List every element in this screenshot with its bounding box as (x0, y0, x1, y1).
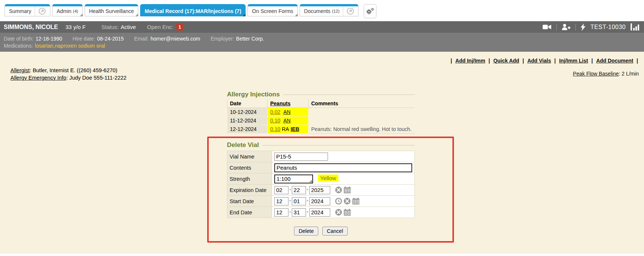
tab-summary-label: Summary (9, 8, 31, 14)
dob-value: 12-18-1990 (35, 36, 62, 42)
expiration-year-input[interactable] (309, 186, 330, 194)
add-person-icon[interactable] (562, 24, 571, 30)
start-month-input[interactable] (274, 197, 288, 205)
gears-icon (366, 7, 375, 15)
injection-comment (309, 116, 415, 125)
strength-label: Strength (227, 173, 272, 185)
end-year-input[interactable] (309, 208, 330, 217)
tab-admin-count: (4) (73, 9, 78, 13)
medication-link-losartan[interactable]: losartan (35, 42, 54, 49)
reaction-code-link[interactable]: AN (283, 118, 290, 124)
calendar-icon[interactable] (352, 198, 360, 205)
add-inj-imm-link[interactable]: Add Inj/Imm (455, 58, 485, 64)
tab-documents-label: Documents (304, 8, 331, 14)
legend-rule (262, 145, 415, 145)
injection-date: 10-12-2024 (227, 108, 268, 116)
tab-documents[interactable]: Documents (12) (300, 4, 359, 16)
dropdown-fold-icon (243, 13, 246, 16)
email-label: Email: (134, 36, 149, 42)
open-enc-badge[interactable]: 1 (176, 24, 183, 31)
tab-medical-record[interactable]: Medical Record (17):MAR/Injections (7) (140, 4, 246, 16)
expiration-month-input[interactable] (274, 186, 288, 194)
col-peanuts-link[interactable]: Peanuts (270, 100, 290, 106)
dose-link[interactable]: 0.10 (270, 118, 280, 124)
vial-name-input[interactable] (274, 153, 328, 161)
tab-summary[interactable]: Summary (4, 4, 50, 16)
add-document-link[interactable]: Add Document (596, 58, 634, 64)
chart-id: TEST-10030 (590, 24, 626, 31)
allergy-emergency-link[interactable]: Allergy Emergency Info (10, 75, 66, 81)
settings-button[interactable] (364, 4, 376, 18)
allergy-injections-header: Allergy Injections (227, 90, 415, 99)
tab-on-screen-forms[interactable]: On Screen Forms (247, 4, 297, 16)
dropdown-fold-icon (80, 13, 83, 16)
dropdown-fold-icon (135, 13, 138, 16)
dose-link[interactable]: 0.02 (270, 109, 280, 115)
injection-row: 11-12-2024 0.10AN (227, 116, 415, 125)
quick-actions-icon[interactable] (581, 23, 585, 31)
content-area: | Add Inj/Imm | Quick Add | Add Vials | … (0, 52, 644, 254)
video-call-icon[interactable] (543, 24, 552, 30)
date-separator: - (289, 209, 291, 215)
clear-date-icon[interactable] (344, 198, 351, 205)
form-row: Strength Yellow (227, 173, 415, 185)
status-value: Active (121, 24, 136, 30)
delete-vial-header: Delete Vial (227, 141, 415, 149)
end-month-input[interactable] (274, 208, 288, 217)
date-separator: - (289, 198, 291, 204)
tab-health-surveillance[interactable]: Health Surveillance (85, 4, 139, 16)
expiration-date-label: Expiration Date (227, 185, 272, 196)
webchart-screen: Summary Admin (4) Health Surveillance Me… (0, 0, 644, 256)
delete-vial-buttons: Delete Cancel (227, 227, 415, 236)
medications-row: Medications: losartan , naproxen sodium … (4, 42, 640, 49)
reaction-text: RA (282, 126, 289, 132)
injection-row: 12-12-2024 0.10RAIEB Peanuts: Normal red… (227, 125, 415, 134)
expiration-day-input[interactable] (292, 186, 306, 194)
injections-header-row: Date Peanuts Comments (227, 99, 415, 108)
email-value: horner@mieweb.com (151, 36, 200, 42)
peak-flow-link[interactable]: Peak Flow Baseline (573, 71, 619, 77)
quick-add-link[interactable]: Quick Add (493, 58, 520, 64)
date-separator: - (307, 186, 309, 192)
allergist-link[interactable]: Allergist (10, 67, 30, 73)
start-year-input[interactable] (309, 197, 330, 205)
calendar-icon[interactable] (344, 186, 351, 193)
peak-flow-value: : 2 L/min (619, 71, 639, 77)
contents-input[interactable] (274, 163, 412, 172)
start-day-input[interactable] (292, 197, 306, 205)
cancel-button[interactable]: Cancel (322, 227, 348, 236)
date-separator: - (307, 209, 309, 215)
end-day-input[interactable] (292, 208, 306, 217)
calendar-icon[interactable] (344, 209, 351, 216)
medication-link-naproxen[interactable]: naproxen sodium oral (55, 42, 105, 49)
reaction-code-link[interactable]: AN (283, 109, 290, 115)
date-separator: - (289, 186, 291, 192)
status-label: Status: (101, 24, 119, 30)
link-separator: | (554, 58, 556, 64)
allergist-row: Allergist: Butler, Internist E. ((260) 4… (10, 67, 117, 73)
delete-vial-panel: Delete Vial Vial Name Contents (227, 141, 415, 236)
clear-date-icon[interactable] (335, 209, 342, 216)
start-date-label: Start Date (227, 196, 272, 207)
tab-admin[interactable]: Admin (4) (52, 4, 83, 16)
tab-bar: Summary Admin (4) Health Surveillance Me… (0, 0, 644, 21)
col-comments: Comments (309, 99, 415, 108)
injection-date: 11-12-2024 (227, 116, 268, 125)
reaction-code-link[interactable]: IEB (291, 126, 299, 132)
dose-link[interactable]: 0.10 (270, 126, 280, 132)
inj-imm-list-link[interactable]: Inj/Imm List (559, 58, 588, 64)
delete-button[interactable]: Delete (294, 227, 318, 236)
clock-icon[interactable] (335, 198, 342, 205)
delete-vial-title: Delete Vial (227, 141, 259, 149)
legend-rule (283, 95, 415, 95)
flowsheet-chart-icon[interactable] (631, 23, 640, 31)
patient-age-sex: 33 y/o F (66, 24, 86, 30)
strength-input[interactable] (274, 175, 313, 183)
clear-date-icon[interactable] (335, 186, 342, 193)
injection-date: 12-12-2024 (227, 125, 268, 134)
employer-value: Better Corp. (236, 36, 264, 42)
tab-divider (35, 6, 35, 16)
popout-icon[interactable] (347, 7, 354, 15)
popout-icon[interactable] (38, 7, 46, 15)
add-vials-link[interactable]: Add Vials (527, 58, 551, 64)
